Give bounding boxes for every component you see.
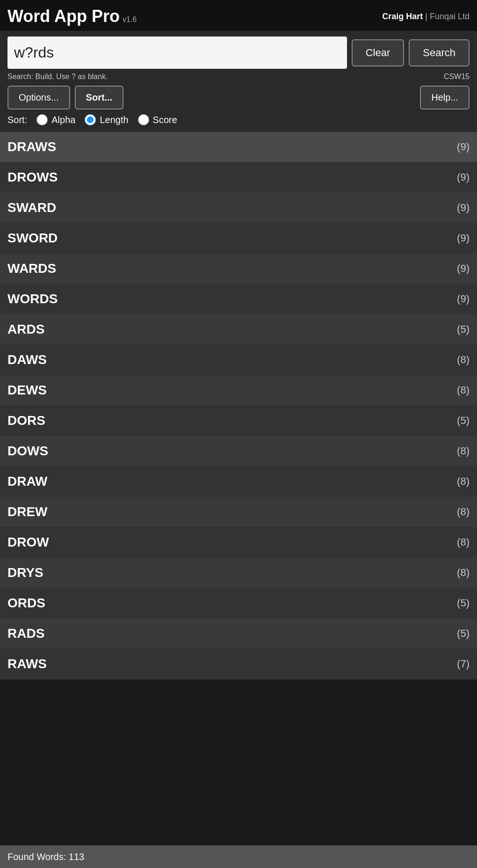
app-version: v1.6 [123, 15, 137, 24]
word-text: DRAWS [7, 139, 56, 154]
app-header: Word App Pro v1.6 Craig Hart | Funqai Lt… [0, 0, 477, 31]
word-text: ARDS [7, 322, 44, 337]
word-item[interactable]: DRYS(8) [0, 558, 477, 588]
word-score: (8) [457, 445, 470, 457]
word-text: RADS [7, 626, 44, 641]
clear-button[interactable]: Clear [352, 39, 405, 66]
controls-row: Options... Sort... Help... [7, 86, 470, 109]
word-text: DRAW [7, 474, 48, 489]
word-text: DROWS [7, 170, 58, 185]
word-score: (8) [457, 475, 470, 488]
word-score: (9) [457, 171, 470, 183]
help-button[interactable]: Help... [420, 86, 470, 109]
sort-radio-length[interactable] [85, 114, 96, 125]
word-score: (5) [457, 627, 470, 640]
word-score: (5) [457, 323, 470, 336]
word-score: (9) [457, 141, 470, 153]
word-score: (5) [457, 415, 470, 427]
word-item[interactable]: DEWS(8) [0, 375, 477, 406]
sort-score-label: Score [153, 115, 177, 125]
word-item[interactable]: DRAW(8) [0, 467, 477, 497]
word-text: DEWS [7, 383, 47, 398]
word-score: (9) [457, 263, 470, 275]
word-score: (7) [457, 658, 470, 670]
word-text: DORS [7, 413, 45, 428]
sort-option-alpha[interactable]: Alpha [36, 114, 75, 125]
word-item[interactable]: DOWS(8) [0, 436, 477, 467]
search-area: Clear Search Search: Build. Use ? as bla… [0, 31, 477, 132]
word-item[interactable]: DAWS(8) [0, 345, 477, 375]
word-text: DRYS [7, 565, 43, 580]
user-name: Craig Hart [382, 12, 423, 21]
footer: Found Words: 113 [0, 846, 477, 868]
word-item[interactable]: DROW(8) [0, 527, 477, 558]
company-name: Funqai Ltd [430, 12, 470, 21]
word-item[interactable]: DREW(8) [0, 497, 477, 527]
word-text: SWORD [7, 231, 58, 246]
word-text: RAWS [7, 656, 47, 671]
word-item[interactable]: DORS(5) [0, 406, 477, 436]
word-text: DROW [7, 535, 49, 550]
sort-button[interactable]: Sort... [75, 86, 124, 109]
word-score: (8) [457, 506, 470, 518]
word-item[interactable]: SWORD(9) [0, 223, 477, 254]
word-list: DRAWS(9)DROWS(9)SWARD(9)SWORD(9)WARDS(9)… [0, 132, 477, 846]
word-item[interactable]: DROWS(9) [0, 162, 477, 193]
sort-alpha-label: Alpha [51, 115, 75, 125]
word-score: (9) [457, 202, 470, 214]
word-text: WARDS [7, 261, 56, 276]
word-item[interactable]: WORDS(9) [0, 284, 477, 314]
word-score: (8) [457, 354, 470, 366]
sort-row: Sort: Alpha Length Score [7, 114, 470, 128]
found-words-label: Found Words: 113 [7, 852, 84, 862]
header-right: Craig Hart | Funqai Ltd [382, 12, 470, 22]
word-score: (5) [457, 597, 470, 609]
search-button[interactable]: Search [409, 39, 470, 66]
word-score: (8) [457, 536, 470, 548]
options-button[interactable]: Options... [7, 86, 70, 109]
header-left: Word App Pro v1.6 [7, 7, 137, 26]
word-text: DOWS [7, 444, 48, 459]
word-score: (8) [457, 384, 470, 396]
word-item[interactable]: ARDS(5) [0, 314, 477, 345]
app-title: Word App Pro [7, 7, 120, 26]
sort-option-score[interactable]: Score [138, 114, 177, 125]
search-input[interactable] [7, 36, 347, 69]
search-hint-row: Search: Build. Use ? as blank. CSW15 [7, 73, 470, 81]
search-row: Clear Search [7, 36, 470, 69]
word-text: SWARD [7, 200, 56, 215]
word-score: (8) [457, 567, 470, 579]
word-item[interactable]: SWARD(9) [0, 193, 477, 223]
word-item[interactable]: WARDS(9) [0, 254, 477, 284]
word-score: (9) [457, 232, 470, 244]
separator: | [425, 12, 430, 21]
word-text: ORDS [7, 596, 45, 611]
word-text: WORDS [7, 292, 58, 306]
sort-length-label: Length [100, 115, 128, 125]
sort-option-length[interactable]: Length [85, 114, 128, 125]
word-item[interactable]: ORDS(5) [0, 588, 477, 619]
word-item[interactable]: DRAWS(9) [0, 132, 477, 162]
sort-radio-alpha[interactable] [36, 114, 48, 125]
word-text: DREW [7, 504, 48, 519]
sort-radio-score[interactable] [138, 114, 149, 125]
search-hint: Search: Build. Use ? as blank. [7, 73, 108, 81]
word-text: DAWS [7, 352, 47, 367]
word-item[interactable]: RADS(5) [0, 619, 477, 649]
word-score: (9) [457, 293, 470, 305]
dictionary-label: CSW15 [444, 73, 470, 81]
word-item[interactable]: RAWS(7) [0, 649, 477, 679]
sort-label: Sort: [7, 115, 27, 125]
